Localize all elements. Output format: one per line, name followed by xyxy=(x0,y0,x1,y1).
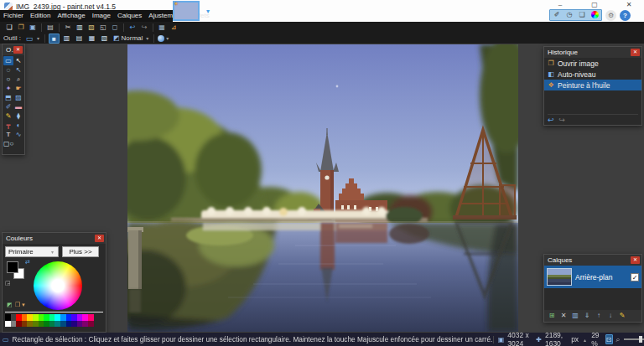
colors-window-toggle[interactable] xyxy=(589,10,600,20)
toolbar-button[interactable]: ▧ xyxy=(86,23,97,33)
tool-button[interactable]: ◌ xyxy=(3,65,13,75)
toolbar-button[interactable]: ◻ xyxy=(109,23,121,33)
toolbar-button[interactable]: ↩ xyxy=(127,23,138,33)
layer-toolbar-button[interactable]: ✕ xyxy=(558,311,569,321)
layer-toolbar-button[interactable]: ↓ xyxy=(605,311,615,321)
primary-color-swatch[interactable] xyxy=(7,261,18,273)
chevron-down-icon[interactable]: ▾ xyxy=(37,35,39,41)
close-icon[interactable]: ✕ xyxy=(95,235,104,242)
palette-swatch[interactable] xyxy=(88,314,94,321)
tool-button[interactable]: ⧫ xyxy=(13,111,23,121)
layer-visibility-checkbox[interactable]: ✓ xyxy=(631,273,639,281)
palette-swatch[interactable] xyxy=(11,321,17,328)
tool-button[interactable]: ▬ xyxy=(13,102,23,111)
settings-button[interactable]: ⚙ xyxy=(605,10,616,21)
palette-swatch[interactable] xyxy=(22,314,28,321)
tool-button[interactable]: T xyxy=(3,130,13,139)
active-tool-icon[interactable]: ▭ xyxy=(23,34,35,43)
chevron-down-icon[interactable]: ▴ xyxy=(584,337,586,343)
palette-swatch[interactable] xyxy=(11,314,17,321)
history-item[interactable]: ◧ Auto-niveau xyxy=(544,69,641,80)
toolbar-button[interactable]: ↪ xyxy=(138,23,150,33)
tool-button[interactable]: ⌕ xyxy=(13,75,23,84)
palette-swatch[interactable] xyxy=(88,321,94,328)
layer-row[interactable]: Arrière-plan ✓ xyxy=(544,266,641,288)
palette-swatch[interactable] xyxy=(49,314,55,321)
tool-button[interactable]: ⬒ xyxy=(3,93,13,102)
image-list-icon[interactable]: ▾ xyxy=(206,8,210,15)
palette-swatch[interactable] xyxy=(44,321,49,328)
layers-panel-titlebar[interactable]: Calques ✕ xyxy=(544,255,641,266)
palette-swatch[interactable] xyxy=(44,314,49,321)
palette-swatch[interactable] xyxy=(5,314,11,321)
colors-panel-titlebar[interactable]: Couleurs ✕ xyxy=(3,233,106,244)
toolbar-button[interactable]: ▤ xyxy=(44,23,56,33)
history-item[interactable]: ❖ Peinture à l'huile xyxy=(544,80,641,90)
more-colors-button[interactable]: Plus >> xyxy=(62,246,99,257)
history-panel-titlebar[interactable]: Historique ✕ xyxy=(544,47,641,58)
chevron-down-icon[interactable]: ▾ xyxy=(166,35,169,41)
toolbar-button[interactable]: ▥ xyxy=(74,23,86,33)
palette-swatch[interactable] xyxy=(82,321,88,328)
selection-mode-button[interactable]: ■ xyxy=(49,34,60,44)
palette-swatch[interactable] xyxy=(22,321,28,328)
palette-swatch[interactable] xyxy=(60,314,66,321)
zoom-to-window-button[interactable]: ⊡ xyxy=(605,334,613,344)
palette-swatch[interactable] xyxy=(66,314,72,321)
toolbar-button[interactable]: ▣ xyxy=(27,23,39,33)
tool-button[interactable]: ▢○ xyxy=(3,139,13,148)
undo-icon[interactable]: ↩ xyxy=(548,116,554,124)
history-window-toggle[interactable]: ◷ xyxy=(564,10,575,20)
selection-mode-button[interactable]: ▤ xyxy=(74,34,85,44)
layer-toolbar-button[interactable]: ⊞ xyxy=(547,311,557,321)
menu-item[interactable]: Image xyxy=(89,10,114,22)
menu-item[interactable]: Affichage xyxy=(54,10,88,22)
palette-swatch[interactable] xyxy=(60,321,66,328)
unit-dropdown[interactable]: px xyxy=(571,335,579,343)
palette-swatch[interactable] xyxy=(77,321,83,328)
palette-swatch[interactable] xyxy=(55,314,60,321)
blend-mode-icon[interactable] xyxy=(158,35,164,42)
selection-mode-button[interactable]: ▦ xyxy=(86,34,97,44)
menu-item[interactable]: Fichier xyxy=(0,10,27,22)
tool-button[interactable]: ↖ xyxy=(13,56,23,65)
toolbar-button[interactable]: ❏ xyxy=(3,23,15,33)
tool-button[interactable]: ┳ xyxy=(3,121,13,130)
palette-swatch[interactable] xyxy=(66,321,72,328)
palette-swatch[interactable] xyxy=(16,314,22,321)
menu-item[interactable]: Calques xyxy=(114,10,145,22)
tool-button[interactable]: ✎ xyxy=(3,111,13,121)
tool-button[interactable]: ▨ xyxy=(13,93,23,102)
layer-toolbar-button[interactable]: ↑ xyxy=(594,311,604,321)
palette-swatch[interactable] xyxy=(27,321,33,328)
palette-swatch[interactable] xyxy=(16,321,22,328)
selection-mode-button[interactable]: ▧ xyxy=(99,34,110,44)
window-control-button[interactable]: ✕ xyxy=(624,0,634,9)
toolbar-button[interactable]: ⊿ xyxy=(168,23,179,33)
palette-swatch[interactable] xyxy=(49,321,55,328)
tool-button[interactable]: ✐ xyxy=(3,102,13,111)
palette-menu-icon[interactable]: ❒ ▾ xyxy=(15,302,25,308)
window-control-button[interactable]: – xyxy=(555,0,565,9)
toolbar-button[interactable]: ▦ xyxy=(156,23,168,33)
layer-toolbar-button[interactable]: ⇓ xyxy=(582,311,592,321)
tools-window-toggle[interactable]: ✐ xyxy=(551,10,563,20)
layers-window-toggle[interactable]: ❏ xyxy=(576,10,588,20)
tool-button[interactable]: ☛ xyxy=(13,84,23,93)
tool-button[interactable]: ∿ xyxy=(13,130,23,139)
help-button[interactable]: ? xyxy=(620,10,631,21)
reset-colors-icon[interactable]: ◲ xyxy=(5,280,11,287)
layer-toolbar-button[interactable]: ▥ xyxy=(570,311,580,321)
window-control-button[interactable]: ▢ xyxy=(589,0,600,9)
zoom-slider-thumb[interactable] xyxy=(639,336,642,343)
layer-toolbar-button[interactable]: ✎ xyxy=(617,311,627,321)
color-mode-select[interactable]: Primaire ▾ xyxy=(5,246,59,257)
palette-swatch[interactable] xyxy=(55,321,60,328)
zoom-out-icon[interactable]: ⌕ xyxy=(616,335,621,344)
tool-button[interactable]: ▭ xyxy=(3,56,13,65)
tools-panel-titlebar[interactable]: Outils ✕ xyxy=(3,44,24,55)
palette-swatch[interactable] xyxy=(71,321,77,328)
menu-item[interactable]: Edition xyxy=(27,10,54,22)
toolbar-button[interactable]: ✂ xyxy=(62,23,74,33)
close-icon[interactable]: ✕ xyxy=(13,46,23,54)
